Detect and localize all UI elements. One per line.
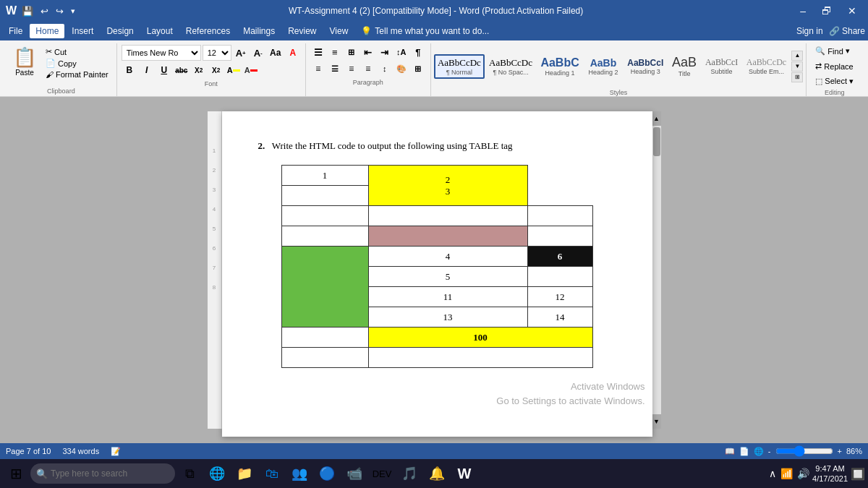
edge-icon[interactable]: 🌐 xyxy=(204,461,230,487)
copy-button[interactable]: 📄 Copy xyxy=(43,58,111,69)
font-color-button[interactable]: A xyxy=(243,63,259,77)
font-size-select[interactable]: 12 xyxy=(203,45,231,61)
align-center-button[interactable]: ☰ xyxy=(327,61,343,76)
undo-icon[interactable]: ↩ xyxy=(38,6,51,17)
change-case-button[interactable]: Aa xyxy=(268,46,284,60)
font-grow-button[interactable]: A+ xyxy=(233,46,249,60)
network-icon[interactable]: 📶 xyxy=(780,468,793,479)
notifications-btn[interactable]: 🔲 xyxy=(851,467,865,481)
cut-icon: ✂ xyxy=(46,47,52,56)
style-heading3-label: Heading 3 xyxy=(631,68,660,75)
text-highlight-button[interactable]: A xyxy=(226,63,242,77)
select-button[interactable]: ⬚ Select ▾ xyxy=(812,75,856,87)
style-heading3[interactable]: AaBbCcI Heading 3 xyxy=(624,55,668,78)
zoom-app-icon[interactable]: 📹 xyxy=(341,461,367,487)
sign-in-btn[interactable]: Sign in xyxy=(796,26,823,36)
bullets-button[interactable]: ☰ xyxy=(310,45,326,59)
underline-button[interactable]: U xyxy=(156,63,172,77)
taskbar-search-input[interactable] xyxy=(30,463,175,484)
style-no-spacing[interactable]: AaBbCcDc ¶ No Spac... xyxy=(485,54,536,79)
restore-button[interactable]: 🗗 xyxy=(816,4,838,18)
menu-review[interactable]: Review xyxy=(282,24,322,38)
justify-button[interactable]: ≡ xyxy=(360,61,376,76)
quick-access-save[interactable]: 💾 xyxy=(20,6,35,17)
word-taskbar-icon[interactable]: W xyxy=(451,461,477,487)
show-marks-button[interactable]: ¶ xyxy=(410,45,426,59)
style-subtle-em[interactable]: AaBbCcDc Subtle Em... xyxy=(743,54,791,78)
scroll-thumb[interactable] xyxy=(653,127,660,156)
chrome-icon[interactable]: 🔵 xyxy=(314,461,340,487)
shading-button[interactable]: 🎨 xyxy=(393,61,409,76)
strikethrough-button[interactable]: abc xyxy=(174,63,190,77)
zoom-slider[interactable] xyxy=(775,445,833,457)
replace-button[interactable]: ⇄ Replace xyxy=(812,60,856,72)
clipboard-group-label: Clipboard xyxy=(47,87,75,96)
font-shrink-button[interactable]: A- xyxy=(250,46,266,60)
line-spacing-button[interactable]: ↕ xyxy=(377,61,393,76)
minimize-button[interactable]: – xyxy=(794,4,812,18)
find-button[interactable]: 🔍 Find ▾ xyxy=(812,45,856,57)
task-view-button[interactable]: ⧉ xyxy=(176,461,203,487)
zoom-minus[interactable]: - xyxy=(768,447,771,455)
web-layout-icon[interactable]: 🌐 xyxy=(754,447,764,456)
italic-button[interactable]: I xyxy=(139,63,155,77)
styles-scroll-down[interactable]: ▼ xyxy=(791,61,803,72)
redo-icon[interactable]: ↪ xyxy=(54,6,66,17)
zoom-plus[interactable]: + xyxy=(838,447,842,455)
subscript-button[interactable]: X2 xyxy=(191,63,207,77)
numbering-button[interactable]: ≡ xyxy=(327,45,343,59)
table-cell xyxy=(527,206,592,226)
notification-icon[interactable]: 🔔 xyxy=(424,461,450,487)
font-family-select[interactable]: Times New Ro xyxy=(122,45,201,61)
dev-tools-icon[interactable]: DEV xyxy=(369,461,395,487)
share-btn[interactable]: 🔗 Share xyxy=(829,26,865,36)
teams-icon[interactable]: 👥 xyxy=(286,461,312,487)
decrease-indent-button[interactable]: ⇤ xyxy=(360,45,376,59)
replace-label: Replace xyxy=(824,62,853,71)
menu-home[interactable]: Home xyxy=(30,24,64,38)
menu-design[interactable]: Design xyxy=(101,24,139,38)
read-mode-icon[interactable]: 📖 xyxy=(725,447,735,456)
style-heading2[interactable]: AaBb Heading 2 xyxy=(584,54,623,79)
menu-mailings[interactable]: Mailings xyxy=(237,24,281,38)
menu-file[interactable]: File xyxy=(3,24,28,38)
increase-indent-button[interactable]: ⇥ xyxy=(377,45,393,59)
scroll-down-btn[interactable]: ▼ xyxy=(652,414,661,429)
menu-insert[interactable]: Insert xyxy=(66,24,99,38)
style-normal[interactable]: AaBbCcDc ¶ Normal xyxy=(434,54,485,79)
style-heading1[interactable]: AaBbC Heading 1 xyxy=(537,53,583,80)
volume-icon[interactable]: 🔊 xyxy=(797,468,809,479)
format-painter-button[interactable]: 🖌 Format Painter xyxy=(43,69,111,80)
music-icon[interactable]: 🎵 xyxy=(396,461,422,487)
vertical-scrollbar[interactable]: ▲ ▼ xyxy=(652,111,661,429)
style-title[interactable]: AaB Title xyxy=(668,52,701,80)
sort-button[interactable]: ↕A xyxy=(393,45,409,59)
explorer-icon[interactable]: 📁 xyxy=(231,461,258,487)
clock-display[interactable]: 9:47 AM 4/17/2021 xyxy=(812,463,848,484)
menu-layout[interactable]: Layout xyxy=(141,24,179,38)
borders-button[interactable]: ⊞ xyxy=(410,61,426,76)
menu-view[interactable]: View xyxy=(324,24,354,38)
superscript-button[interactable]: X2 xyxy=(208,63,224,77)
scroll-up-btn[interactable]: ▲ xyxy=(652,111,661,126)
tell-me-input[interactable]: 💡 Tell me what you want to do... xyxy=(355,24,495,38)
align-right-button[interactable]: ≡ xyxy=(344,61,359,76)
multilevel-list-button[interactable]: ⊞ xyxy=(344,45,359,59)
styles-more[interactable]: ⊞ xyxy=(791,72,803,82)
editing-group: 🔍 Find ▾ ⇄ Replace ⬚ Select ▾ Editing xyxy=(807,43,862,96)
cut-button[interactable]: ✂ Cut xyxy=(43,46,111,57)
align-left-button[interactable]: ≡ xyxy=(310,61,326,76)
bold-button[interactable]: B xyxy=(122,63,137,77)
styles-scroll-up[interactable]: ▲ xyxy=(791,51,803,61)
paste-button[interactable]: 📋 Paste xyxy=(9,45,41,81)
menu-references[interactable]: References xyxy=(180,24,236,38)
print-layout-icon[interactable]: 📄 xyxy=(739,447,749,456)
up-arrow-icon[interactable]: ∧ xyxy=(769,468,776,479)
store-icon[interactable]: 🛍 xyxy=(259,461,285,487)
close-button[interactable]: ✕ xyxy=(842,4,862,18)
style-heading1-label: Heading 1 xyxy=(545,69,575,77)
clear-formatting-button[interactable]: A xyxy=(285,46,301,60)
windows-start-button[interactable]: ⊞ xyxy=(3,461,29,487)
customize-icon[interactable]: ▾ xyxy=(69,7,77,16)
style-subtitle[interactable]: AaBbCcI Subtitle xyxy=(702,54,742,78)
